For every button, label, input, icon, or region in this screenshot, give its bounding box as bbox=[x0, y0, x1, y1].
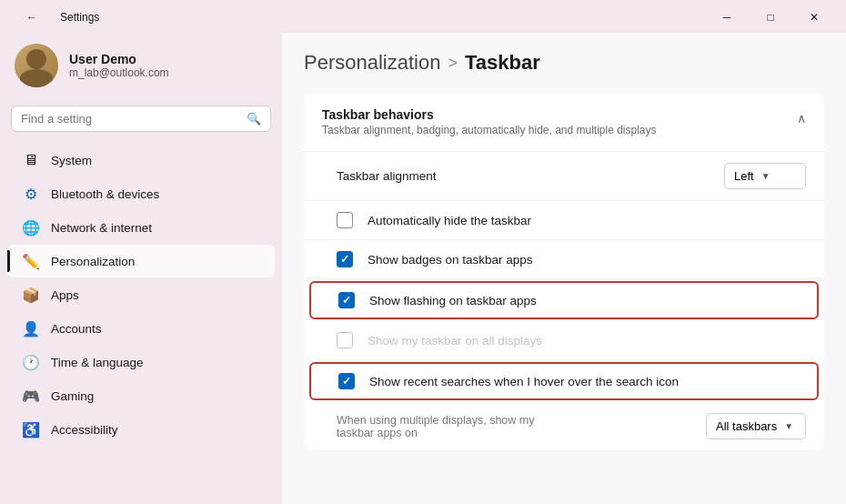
sidebar-item-accounts[interactable]: 👤 Accounts bbox=[7, 312, 275, 345]
window-controls: ─ □ ✕ bbox=[706, 4, 835, 31]
sidebar-item-bluetooth[interactable]: ⚙ Bluetooth & devices bbox=[7, 177, 275, 210]
avatar bbox=[15, 44, 58, 87]
multi-display-row: When using multiple displays, show my ta… bbox=[304, 402, 824, 450]
title-bar: ← Settings ─ □ ✕ bbox=[0, 0, 846, 33]
setting-label-recent-searches: Show recent searches when I hover over t… bbox=[369, 375, 804, 388]
alignment-row: Taskbar alignment Left ▼ bbox=[304, 152, 824, 201]
breadcrumb-chevron: > bbox=[448, 54, 458, 73]
setting-label-badges: Show badges on taskbar apps bbox=[368, 253, 806, 267]
maximize-button[interactable]: □ bbox=[750, 4, 791, 31]
user-profile[interactable]: User Demo m_lab@outlook.com bbox=[0, 33, 282, 102]
breadcrumb-current: Taskbar bbox=[465, 51, 540, 75]
settings-section: Taskbar behaviors Taskbar alignment, bad… bbox=[304, 93, 824, 450]
sidebar-item-network[interactable]: 🌐 Network & internet bbox=[7, 211, 275, 244]
alignment-dropdown[interactable]: Left ▼ bbox=[724, 163, 806, 189]
close-button[interactable]: ✕ bbox=[793, 4, 835, 31]
user-name: User Demo bbox=[69, 52, 169, 66]
sidebar-item-label-gaming: Gaming bbox=[51, 389, 94, 403]
setting-row-recent-searches: Show recent searches when I hover over t… bbox=[309, 362, 819, 400]
sidebar-item-label-accounts: Accounts bbox=[51, 322, 102, 336]
user-email: m_lab@outlook.com bbox=[69, 66, 169, 79]
checkbox-badges[interactable] bbox=[337, 251, 353, 267]
setting-row-all-displays: Show my taskbar on all displays bbox=[304, 321, 824, 360]
breadcrumb: Personalization > Taskbar bbox=[304, 51, 824, 75]
sidebar-item-label-apps: Apps bbox=[51, 288, 79, 302]
section-header[interactable]: Taskbar behaviors Taskbar alignment, bad… bbox=[304, 93, 824, 152]
multi-display-value: All taskbars bbox=[716, 419, 777, 433]
alignment-label: Taskbar alignment bbox=[337, 169, 437, 183]
sidebar-item-gaming[interactable]: 🎮 Gaming bbox=[7, 379, 275, 412]
multi-display-dropdown[interactable]: All taskbars ▼ bbox=[706, 413, 806, 439]
search-icon: 🔍 bbox=[247, 112, 261, 126]
checkbox-flashing[interactable] bbox=[338, 292, 355, 308]
collapse-icon[interactable]: ∧ bbox=[797, 111, 806, 126]
setting-row-auto-hide: Automatically hide the taskbar bbox=[304, 201, 824, 240]
multi-display-label: When using multiple displays, show my ta… bbox=[337, 414, 564, 439]
checkbox-all-displays[interactable] bbox=[337, 332, 353, 348]
sidebar-item-label-network: Network & internet bbox=[51, 221, 152, 235]
section-header-text: Taskbar behaviors Taskbar alignment, bad… bbox=[322, 107, 657, 136]
sidebar-item-accessibility[interactable]: ♿ Accessibility bbox=[7, 413, 275, 446]
sidebar-item-label-system: System bbox=[51, 154, 92, 167]
system-icon: 🖥 bbox=[22, 151, 40, 169]
setting-label-all-displays: Show my taskbar on all displays bbox=[368, 334, 806, 348]
minimize-button[interactable]: ─ bbox=[706, 4, 748, 31]
sidebar-nav: 🖥 System ⚙ Bluetooth & devices 🌐 Network… bbox=[0, 143, 282, 447]
title-bar-left: ← Settings bbox=[11, 4, 99, 31]
checkbox-recent-searches[interactable] bbox=[338, 373, 355, 389]
multi-display-dropdown-arrow: ▼ bbox=[784, 421, 793, 431]
avatar-image bbox=[15, 44, 58, 87]
sidebar-item-time[interactable]: 🕐 Time & language bbox=[7, 346, 275, 378]
search-box[interactable]: 🔍 bbox=[11, 106, 271, 132]
alignment-value: Left bbox=[734, 169, 754, 183]
bluetooth-icon: ⚙ bbox=[22, 185, 40, 203]
user-info: User Demo m_lab@outlook.com bbox=[69, 52, 169, 79]
sidebar-item-label-time: Time & language bbox=[51, 356, 144, 369]
app-body: User Demo m_lab@outlook.com 🔍 🖥 System ⚙… bbox=[0, 33, 846, 504]
breadcrumb-parent: Personalization bbox=[304, 51, 440, 75]
app-title: Settings bbox=[60, 11, 99, 24]
section-title: Taskbar behaviors bbox=[322, 107, 657, 122]
setting-row-flashing: Show flashing on taskbar apps bbox=[309, 281, 819, 319]
apps-icon: 📦 bbox=[22, 286, 40, 304]
back-button[interactable]: ← bbox=[11, 4, 53, 31]
search-input[interactable] bbox=[21, 112, 241, 126]
sidebar: User Demo m_lab@outlook.com 🔍 🖥 System ⚙… bbox=[0, 33, 282, 504]
alignment-dropdown-arrow: ▼ bbox=[761, 171, 770, 181]
accounts-icon: 👤 bbox=[22, 319, 40, 338]
time-icon: 🕐 bbox=[22, 353, 40, 371]
personalization-icon: ✏️ bbox=[22, 252, 40, 270]
setting-label-flashing: Show flashing on taskbar apps bbox=[369, 294, 804, 307]
setting-label-auto-hide: Automatically hide the taskbar bbox=[368, 214, 806, 227]
sidebar-item-personalization[interactable]: ✏️ Personalization bbox=[7, 245, 275, 277]
sidebar-item-apps[interactable]: 📦 Apps bbox=[7, 278, 275, 311]
sidebar-item-system[interactable]: 🖥 System bbox=[7, 144, 275, 176]
sidebar-item-label-bluetooth: Bluetooth & devices bbox=[51, 187, 159, 201]
sidebar-item-label-personalization: Personalization bbox=[51, 255, 135, 268]
checkbox-auto-hide[interactable] bbox=[337, 212, 353, 228]
network-icon: 🌐 bbox=[22, 218, 40, 237]
accessibility-icon: ♿ bbox=[22, 420, 40, 438]
content-area: Personalization > Taskbar Taskbar behavi… bbox=[282, 33, 846, 504]
setting-row-badges: Show badges on taskbar apps bbox=[304, 240, 824, 279]
gaming-icon: 🎮 bbox=[22, 387, 40, 405]
sidebar-item-label-accessibility: Accessibility bbox=[51, 423, 118, 437]
section-subtitle: Taskbar alignment, badging, automaticall… bbox=[322, 124, 657, 136]
